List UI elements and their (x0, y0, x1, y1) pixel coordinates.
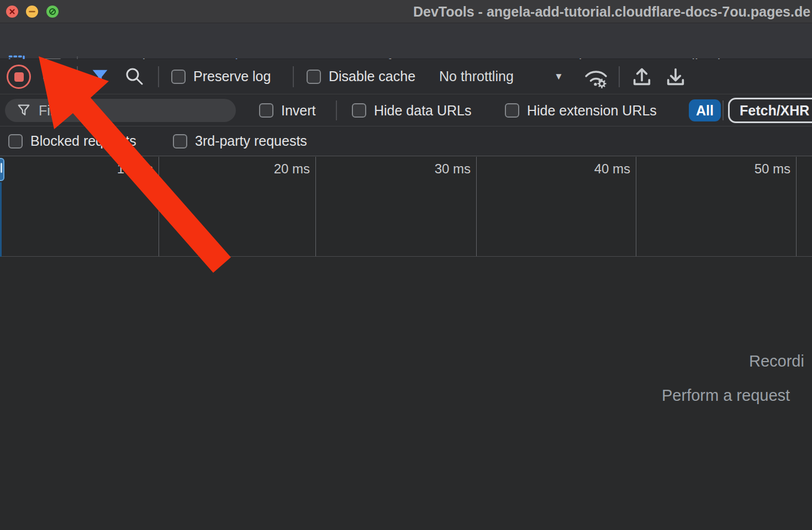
timeline-gridline (315, 157, 316, 256)
disable-cache-checkbox[interactable]: Disable cache (307, 59, 415, 94)
timeline-gridline (476, 157, 477, 256)
checkbox-box (259, 103, 273, 118)
timeline-tick: 10 ms (103, 161, 153, 177)
timeline-tick: 50 ms (741, 161, 790, 177)
window-title: DevTools - angela-add-tutorial.cloudflar… (413, 4, 810, 20)
network-filter-bar: Invert Hide data URLs Hide extension URL… (0, 95, 812, 126)
devtools-tabbar: Console Network Sources Performance Memo… (0, 23, 812, 59)
export-har-button[interactable] (665, 66, 687, 88)
timeline-tick: 30 ms (421, 161, 471, 177)
preserve-log-checkbox[interactable]: Preserve log (171, 59, 271, 94)
search-icon (124, 66, 146, 87)
filter-fetch-xhr-button[interactable]: Fetch/XHR (728, 98, 812, 123)
toolbar-divider (293, 66, 294, 87)
network-conditions-button[interactable] (582, 66, 610, 88)
checkbox-box (8, 134, 23, 149)
funnel-icon (91, 67, 109, 86)
checkbox-label: Disable cache (329, 68, 415, 84)
minimize-icon (28, 8, 36, 15)
checkbox-box (352, 103, 366, 118)
toolbar-divider (336, 100, 337, 120)
timeline-gridline (159, 157, 159, 256)
requests-empty-area: Recordi Perform a request (0, 257, 812, 530)
checkbox-label: Blocked requests (30, 133, 136, 149)
third-party-requests-checkbox[interactable]: 3rd-party requests (173, 126, 307, 156)
checkbox-box (173, 134, 187, 149)
checkbox-box (505, 103, 519, 118)
checkbox-label: Hide extension URLs (527, 103, 657, 119)
checkbox-box (307, 70, 321, 84)
clear-network-log-button[interactable] (42, 66, 63, 87)
zoom-icon (48, 7, 57, 16)
clear-icon (42, 66, 63, 87)
devtools-window: DevTools - angela-add-tutorial.cloudflar… (0, 0, 812, 530)
timeline-gridline (796, 157, 797, 256)
filter-all-button[interactable]: All (689, 99, 721, 121)
blocked-requests-checkbox[interactable]: Blocked requests (8, 126, 136, 156)
checkbox-label: 3rd-party requests (195, 133, 307, 149)
checkbox-label: Preserve log (193, 68, 271, 84)
timeline-tick: 20 ms (260, 161, 310, 177)
network-toolbar: Preserve log Disable cache No throttling… (0, 59, 812, 94)
download-icon (665, 66, 687, 88)
filter-input-container (5, 99, 236, 122)
toolbar-divider (158, 66, 159, 87)
checkbox-label: Invert (281, 103, 316, 119)
toolbar-divider (619, 66, 620, 87)
throttling-select[interactable]: No throttling (439, 59, 514, 94)
hide-data-urls-checkbox[interactable]: Hide data URLs (352, 95, 471, 126)
timeline-tick: 40 ms (581, 161, 630, 177)
request-filter-row: Blocked requests 3rd-party requests (0, 126, 812, 156)
toolbar-divider (723, 100, 724, 120)
checkbox-box (171, 70, 186, 84)
minimize-button[interactable] (26, 6, 38, 18)
search-network-button[interactable] (124, 66, 146, 87)
empty-state-hint-text: Perform a request (662, 386, 790, 405)
record-network-log-button[interactable] (7, 65, 31, 89)
close-icon (8, 8, 16, 15)
overview-range-line (0, 182, 2, 257)
funnel-icon (17, 103, 31, 118)
chevron-down-icon: ▼ (554, 59, 563, 94)
timeline-gridline (636, 157, 636, 256)
recording-status-text: Recordi (749, 352, 804, 370)
toolbar-divider (77, 66, 78, 87)
network-overview-timeline: 10 ms 20 ms 30 ms 40 ms 50 ms (0, 157, 812, 257)
filter-toggle-button[interactable] (91, 67, 109, 86)
zoom-button[interactable] (46, 6, 59, 18)
import-har-button[interactable] (631, 66, 653, 88)
filter-input[interactable] (39, 103, 221, 119)
checkbox-label: Hide data URLs (374, 103, 471, 119)
wifi-gear-icon (582, 66, 610, 88)
invert-checkbox[interactable]: Invert (259, 95, 316, 126)
hide-extension-urls-checkbox[interactable]: Hide extension URLs (505, 95, 657, 126)
close-button[interactable] (6, 6, 18, 18)
macos-titlebar: DevTools - angela-add-tutorial.cloudflar… (0, 0, 812, 23)
upload-icon (631, 66, 653, 88)
overview-range-handle[interactable] (0, 158, 4, 181)
